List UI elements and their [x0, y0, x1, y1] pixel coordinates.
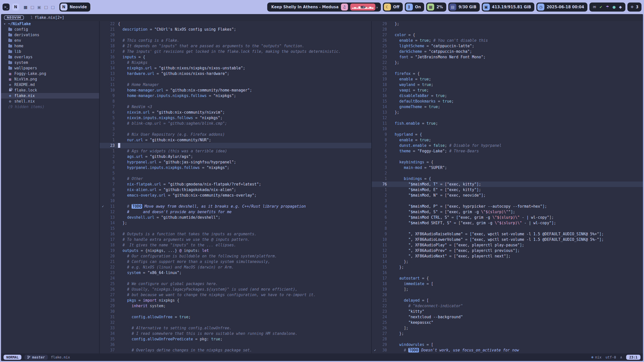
code-line[interactable]: 20 — [372, 292, 643, 298]
code-line[interactable]: 10 — [100, 198, 371, 204]
workspace-icon[interactable]: □ — [51, 5, 55, 10]
code-line[interactable]: 36 — [100, 342, 371, 347]
code-line[interactable]: 7 dunst.enable = false; # Disable for hy… — [372, 143, 643, 148]
code-line[interactable]: 1 # Ags for widgets (this was a terrible… — [100, 148, 371, 154]
code-line[interactable]: 5 — [100, 170, 371, 176]
code-line[interactable]: 2 — [372, 170, 643, 176]
code-line[interactable]: 29 }; — [372, 21, 643, 27]
code-line[interactable]: 29 inherit system; — [100, 303, 371, 309]
code-line[interactable]: 6 nixvim.url = "github:nix-community/nix… — [100, 110, 371, 115]
code-line[interactable]: 10 — [372, 126, 643, 132]
tree-item-env[interactable]: env — [1, 38, 99, 43]
code-line[interactable]: 11 fish.enable = true; — [372, 121, 643, 126]
code-line[interactable]: 21 delayed = [ — [372, 298, 643, 303]
tray-icon[interactable]: ● — [612, 5, 616, 9]
code-line[interactable]: 26 ]; — [372, 325, 643, 331]
code-line[interactable]: 17 # The inputs' git revisions get locke… — [100, 49, 371, 54]
code-pane-right[interactable]: 29 };2827 color = {26 enable = true; # Y… — [372, 21, 643, 353]
code-line[interactable]: 6 theme = "Foggy-Lake"; # Three-Bears — [372, 148, 643, 154]
code-line[interactable]: 23 "kitty" — [372, 309, 643, 314]
code-line[interactable]: 9 emacs-overlay.url = "github:nix-commun… — [100, 193, 371, 198]
code-line[interactable]: 1 "$mainMod, E" = ["exec, kitty"]; — [372, 187, 643, 193]
code-line[interactable]: 34 # I read somewhere that this is more … — [100, 331, 371, 336]
code-line[interactable]: 21 description = "ChUrl's NixOS config u… — [100, 27, 371, 32]
code-line[interactable]: 9 hyprland = { — [372, 132, 643, 137]
code-line[interactable]: 22 # e.g. NixOS (linux) and MacOS (darwi… — [100, 264, 371, 270]
tree-item-flake.nix[interactable]: ❄flake.nix — [1, 93, 99, 99]
code-line[interactable]: 2 # Nix User Repository (e.g. Firefox ad… — [100, 132, 371, 137]
code-line[interactable]: 22 # "kdeconnect-indicator" — [372, 303, 643, 309]
code-line[interactable]: 13 }; — [372, 110, 643, 115]
code-line[interactable]: 31 config.allowUnfree = true; — [100, 314, 371, 320]
code-line[interactable]: 5 "$mainMod, S" = ["exec, grim -g \"$(sl… — [372, 209, 643, 215]
code-line[interactable]: 30 — [100, 309, 371, 314]
code-line[interactable]: 14 nixpkgs.url = "github:nixos/nixpkgs/n… — [100, 65, 371, 71]
code-line[interactable]: 18 # It gives the name "inputs" to the .… — [100, 242, 371, 248]
code-line[interactable]: 5 — [372, 154, 643, 159]
terminal-launcher-icon[interactable]: >_ — [3, 4, 10, 11]
code-line[interactable]: 27 color = { — [372, 32, 643, 38]
code-line[interactable]: 18 immediate = [ — [372, 281, 643, 287]
music-widget[interactable]: Keep Shelly In Athens - Medusa ♫ ▂▄▂▆▃▇▄… — [267, 3, 377, 12]
code-line[interactable]: 76 "$mainMod, T" = ["exec, kitty"]; — [372, 182, 643, 187]
code-line[interactable]: 6 "$mainMod CTRL, S" = ["exec, grim -g \… — [372, 215, 643, 220]
code-line[interactable]: 26 enable = true; # You can't disable th… — [372, 38, 643, 43]
disk-widget[interactable]: ▣413.19/915.81 GiB — [482, 3, 534, 12]
code-line[interactable]: 10 ", XF86AudioLowerVolume" = ["exec, wp… — [372, 237, 643, 242]
code-line[interactable]: 29 windowrules = [ — [372, 342, 643, 347]
code-line[interactable]: 12 — [372, 115, 643, 121]
tree-item-wallpapers[interactable]: wallpapers — [1, 65, 99, 71]
tree-item-NixVim.png[interactable]: ▨NixVim.png — [1, 76, 99, 82]
code-line[interactable]: 37 # Overlays define changes in the nixp… — [100, 347, 371, 353]
tray-icon[interactable]: ✔ — [599, 5, 602, 9]
code-line[interactable]: 17 vaapi = true; — [372, 87, 643, 93]
code-line[interactable]: 6 # Other — [100, 176, 371, 182]
code-line[interactable]: 8 nix-alien.url = "github:thiagokokada/n… — [100, 187, 371, 193]
code-line[interactable]: 8 — [372, 226, 643, 231]
code-line[interactable]: 17 autostart = { — [372, 276, 643, 281]
code-line[interactable]: 3 — [100, 126, 371, 132]
code-pane-left[interactable]: 22{21 description = "ChUrl's NixOS confi… — [100, 21, 371, 353]
code-line[interactable]: 11 ", XF86AudioPlay" = ["exec, playerctl… — [372, 242, 643, 248]
code-line[interactable]: 25 lightScheme = "catppuccin-latte"; — [372, 43, 643, 49]
bluetooth-widget[interactable]: ᛒOn — [405, 3, 424, 12]
code-line[interactable]: 20 # Our configuration is buildable on t… — [100, 253, 371, 259]
code-line[interactable]: 27 }; — [372, 331, 643, 336]
code-line[interactable]: ✓11 # TODO Move away from devshell, as i… — [100, 204, 371, 209]
code-line[interactable]: 25 "keepassxc" — [372, 320, 643, 325]
code-line[interactable]: 23 — [100, 143, 371, 148]
code-line[interactable]: 20 firefox = { — [372, 71, 643, 76]
code-line[interactable]: 22 }; — [372, 60, 643, 65]
code-line[interactable]: 4 keybindings = { — [372, 159, 643, 165]
code-line[interactable]: 5 nixvim.inputs.nixpkgs.follows = "nixpk… — [100, 115, 371, 121]
code-line[interactable]: 15 }; — [372, 264, 643, 270]
code-line[interactable]: 35 config.allowUnfreePredicate = pkg: tr… — [100, 336, 371, 342]
code-line[interactable]: 21 — [372, 65, 643, 71]
git-branch[interactable]: master — [24, 355, 48, 360]
code-line[interactable]: 19 enable = true; — [372, 76, 643, 82]
code-line[interactable]: 16 # Outputs is a function that takes th… — [100, 231, 371, 237]
tree-item-home[interactable]: home — [1, 43, 99, 49]
code-line[interactable]: 24 "nextcloud --background" — [372, 314, 643, 320]
code-line[interactable]: 12 # and doesn't provide any benefits fo… — [100, 209, 371, 215]
clock-widget[interactable]: ◷2025-06-18 00:04 — [536, 3, 587, 12]
code-line[interactable]: 18 wayland = true; — [372, 82, 643, 87]
code-line[interactable]: 2 "$mainMod, N" = ["exec, neovide"]; — [372, 193, 643, 198]
tree-item-shell.nix[interactable]: ⚙shell.nix — [1, 99, 99, 104]
code-line[interactable]: 9 ", XF86AudioRaiseVolume" = ["exec, wpc… — [372, 231, 643, 237]
code-line[interactable]: 14 }; — [100, 220, 371, 226]
code-line[interactable]: 24 darkScheme = "catppuccin-mocha"; — [372, 49, 643, 54]
tree-item-flake.lock[interactable]: flake.lock — [1, 87, 99, 93]
memory-widget[interactable]: ▤9/30 GiB — [448, 3, 480, 12]
code-line[interactable]: 1 nur.url = "github:nix-community/NUR"; — [100, 137, 371, 143]
workspace-icon[interactable]: ▦ — [24, 5, 27, 10]
code-line[interactable]: 12 ", XF86AudioPrev" = ["exec, playerctl… — [372, 248, 643, 253]
code-line[interactable]: 20 — [100, 32, 371, 38]
code-line[interactable]: 8 enable = true; — [372, 137, 643, 143]
tray-icon[interactable]: ✉ — [593, 5, 596, 9]
code-line[interactable]: 3 hyprpanel.url = "github:jas-singhfsu/h… — [100, 159, 371, 165]
code-line[interactable]: 24 — [100, 276, 371, 281]
code-line[interactable]: 3 — [372, 198, 643, 204]
code-line[interactable]: 17 # To handle extra arguments we use th… — [100, 237, 371, 242]
tree-item-Foggy-Lake.png[interactable]: ▨Foggy-Lake.png — [1, 71, 99, 76]
